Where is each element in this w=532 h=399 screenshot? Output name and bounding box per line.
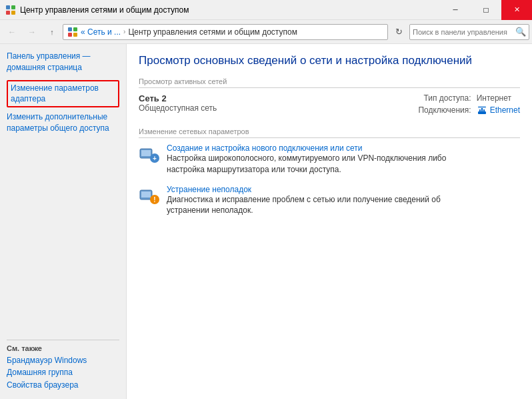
minimize-button[interactable]	[440, 0, 471, 20]
svg-text:!: !	[153, 196, 155, 204]
access-type-label: Тип доступа:	[411, 93, 471, 103]
svg-rect-1	[11, 5, 15, 9]
window-controls	[440, 0, 532, 20]
breadcrumb-icon	[67, 27, 78, 37]
svg-rect-14	[141, 150, 151, 156]
create-connection-link[interactable]: Создание и настройка нового подключения …	[167, 143, 473, 153]
network-info-right: Тип доступа: Интернет Подключения: Eth	[411, 93, 520, 115]
sidebar-homegroup-link[interactable]: Домашняя группа	[7, 367, 119, 378]
create-connection-desc: Настройка широкополосного, коммутируемог…	[167, 153, 473, 175]
svg-rect-3	[11, 11, 15, 15]
settings-text-create-connection: Создание и настройка нового подключения …	[167, 143, 473, 175]
ethernet-text: Ethernet	[490, 105, 520, 115]
svg-rect-4	[68, 27, 72, 31]
refresh-button[interactable]: ↻	[389, 23, 408, 41]
sidebar-bottom: См. также Брандмауэр Windows Домашняя гр…	[7, 336, 119, 392]
connections-row: Подключения: Ethernet	[411, 105, 520, 115]
close-button[interactable]	[501, 0, 532, 20]
settings-item-create-connection: + Создание и настройка нового подключени…	[139, 143, 520, 175]
svg-rect-9	[479, 109, 481, 112]
svg-text:+: +	[153, 155, 157, 162]
access-type-value: Интернет	[477, 93, 511, 103]
forward-button[interactable]: →	[23, 23, 41, 41]
sidebar-browser-props-link[interactable]: Свойства браузера	[7, 380, 119, 391]
breadcrumb-part1[interactable]: « Сеть и ...	[81, 27, 121, 37]
settings-item-troubleshoot: ! Устранение неполадок Диагностика и исп…	[139, 185, 520, 217]
svg-rect-6	[68, 33, 72, 37]
breadcrumb-part2: Центр управления сетями и общим доступом	[128, 27, 297, 37]
svg-rect-11	[483, 109, 485, 112]
connections-label: Подключения:	[411, 105, 471, 115]
title-bar-text: Центр управления сетями и общим доступом	[20, 5, 189, 15]
troubleshoot-icon: !	[139, 185, 160, 206]
active-networks-label: Просмотр активных сетей	[139, 77, 520, 88]
search-bar: 🔍	[409, 24, 529, 40]
troubleshoot-link[interactable]: Устранение неполадок	[167, 185, 473, 194]
sidebar-firewall-link[interactable]: Брандмауэр Windows	[7, 355, 119, 366]
svg-rect-10	[481, 108, 483, 112]
network-info-left: Сеть 2 Общедоступная сеть	[139, 93, 217, 115]
sidebar-adapter-settings-link[interactable]: Изменение параметров адаптера	[7, 80, 119, 108]
svg-rect-0	[6, 5, 10, 9]
settings-text-troubleshoot: Устранение неполадок Диагностика и испра…	[167, 185, 473, 217]
nav-bar: ← → ↑ « Сеть и ... › Центр управления се…	[0, 20, 532, 44]
ethernet-icon	[477, 105, 487, 115]
app-icon	[5, 5, 16, 15]
svg-rect-2	[6, 11, 10, 15]
sidebar-home-link[interactable]: Панель управления — домашняя страница	[7, 51, 119, 73]
troubleshoot-desc: Диагностика и исправление проблем с сеть…	[167, 194, 473, 217]
access-type-row: Тип доступа: Интернет	[411, 93, 520, 103]
svg-rect-7	[73, 33, 77, 37]
ethernet-link[interactable]: Ethernet	[477, 105, 520, 115]
see-also-label: См. также	[7, 344, 119, 352]
sidebar-sharing-settings-link[interactable]: Изменить дополнительные параметры общего…	[7, 111, 119, 134]
maximize-button[interactable]	[471, 0, 501, 20]
main-layout: Панель управления — домашняя страница Из…	[0, 44, 532, 399]
svg-rect-18	[141, 191, 151, 197]
active-networks-grid: Сеть 2 Общедоступная сеть Тип доступа: И…	[139, 93, 520, 115]
create-connection-icon: +	[139, 143, 160, 165]
page-title: Просмотр основных сведений о сети и наст…	[139, 53, 520, 68]
title-bar: Центр управления сетями и общим доступом	[0, 0, 532, 20]
network-type: Общедоступная сеть	[139, 103, 217, 113]
back-button[interactable]: ←	[3, 23, 21, 41]
change-settings-label: Изменение сетевых параметров	[139, 127, 520, 138]
search-input[interactable]	[413, 28, 515, 36]
sidebar: Панель управления — домашняя страница Из…	[0, 44, 127, 399]
search-icon[interactable]: 🔍	[515, 27, 526, 37]
svg-rect-5	[73, 27, 77, 31]
breadcrumb-sep: ›	[123, 28, 125, 35]
network-name: Сеть 2	[139, 93, 217, 103]
up-button[interactable]: ↑	[43, 23, 61, 41]
svg-rect-12	[478, 106, 486, 108]
breadcrumb-bar: « Сеть и ... › Центр управления сетями и…	[63, 24, 388, 40]
sidebar-divider	[7, 340, 119, 340]
change-settings-section: Изменение сетевых параметров + Создание …	[139, 127, 520, 216]
content-area: Просмотр основных сведений о сети и наст…	[127, 44, 532, 399]
